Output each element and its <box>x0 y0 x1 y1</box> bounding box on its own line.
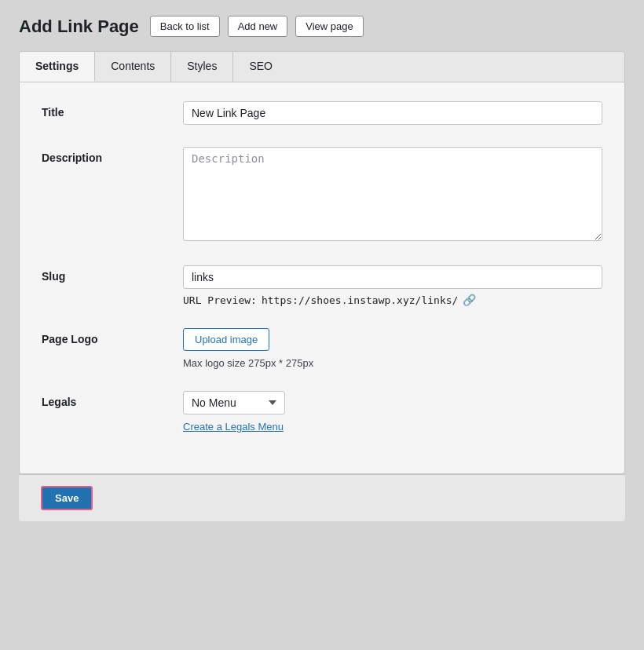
page-container: Add Link Page Back to list Add new View … <box>0 0 644 650</box>
url-preview: URL Preview: https://shoes.instawp.xyz/l… <box>183 294 602 306</box>
tabs-container: Settings Contents Styles SEO <box>19 51 625 82</box>
slug-row: Slug URL Preview: https://shoes.instawp.… <box>42 265 602 306</box>
description-row: Description <box>42 147 602 243</box>
page-logo-field: Upload image Max logo size 275px * 275px <box>183 328 602 369</box>
title-input[interactable] <box>183 101 602 125</box>
tab-styles[interactable]: Styles <box>171 52 233 82</box>
tab-seo[interactable]: SEO <box>233 52 288 82</box>
link-icon: 🔗 <box>463 294 476 306</box>
description-input[interactable] <box>183 147 602 241</box>
legals-select[interactable]: No Menu <box>183 391 285 414</box>
view-page-button[interactable]: View page <box>295 16 363 37</box>
title-label: Title <box>42 101 183 119</box>
legals-label: Legals <box>42 391 183 408</box>
description-label: Description <box>42 147 183 164</box>
description-field <box>183 147 602 243</box>
page-logo-row: Page Logo Upload image Max logo size 275… <box>42 328 602 369</box>
logo-hint: Max logo size 275px * 275px <box>183 357 602 369</box>
url-preview-label: URL Preview: <box>183 294 257 306</box>
legals-field: No Menu Create a Legals Menu <box>183 391 602 433</box>
footer-bar: Save <box>19 474 625 521</box>
back-to-list-button[interactable]: Back to list <box>150 16 220 37</box>
add-new-button[interactable]: Add new <box>228 16 288 37</box>
url-preview-value: https://shoes.instawp.xyz/links/ <box>262 294 458 306</box>
title-field <box>183 101 602 125</box>
slug-label: Slug <box>42 265 183 283</box>
page-logo-label: Page Logo <box>42 328 183 345</box>
form-panel: Title Description Slug URL Preview: http… <box>19 82 625 474</box>
create-legals-menu-link[interactable]: Create a Legals Menu <box>183 421 602 433</box>
tab-contents[interactable]: Contents <box>95 52 171 82</box>
title-row: Title <box>42 101 602 125</box>
page-title: Add Link Page <box>19 16 139 37</box>
upload-image-button[interactable]: Upload image <box>183 328 269 351</box>
slug-input[interactable] <box>183 265 602 289</box>
page-header: Add Link Page Back to list Add new View … <box>19 16 625 37</box>
save-button[interactable]: Save <box>41 486 93 510</box>
legals-row: Legals No Menu Create a Legals Menu <box>42 391 602 433</box>
slug-field: URL Preview: https://shoes.instawp.xyz/l… <box>183 265 602 306</box>
tab-settings[interactable]: Settings <box>20 52 95 82</box>
